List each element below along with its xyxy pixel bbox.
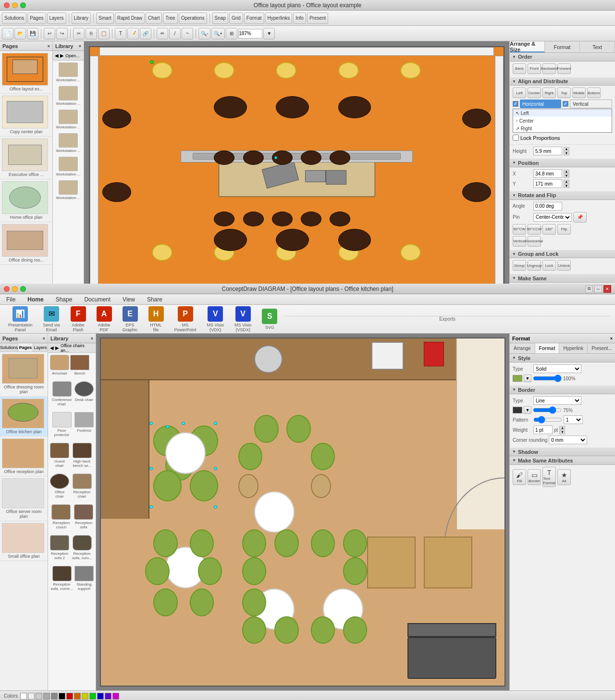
ungroup-btn[interactable]: Ungroup xyxy=(528,260,541,271)
sel-handle-4[interactable] xyxy=(149,467,153,470)
tab-arrange[interactable]: Arrange xyxy=(510,343,535,353)
center-option[interactable]: ↑ Center xyxy=(513,117,612,125)
rotate-90ccw[interactable]: 90°CCW xyxy=(528,224,541,235)
make-same-text-format[interactable]: T Text Format xyxy=(542,467,556,487)
export-html[interactable]: H HTMLfile xyxy=(145,304,167,335)
export-visio-vdx[interactable]: V MS Visio(VDX) xyxy=(204,304,227,335)
export-visio-vsdx[interactable]: V MS Visio(VSDX) xyxy=(231,304,255,335)
export-eps[interactable]: E EPSGraphic xyxy=(119,304,141,335)
copy-btn[interactable]: ⎘ xyxy=(86,28,97,39)
draw-tool[interactable]: ✏ xyxy=(157,28,168,39)
sel-handle-7[interactable] xyxy=(214,505,217,509)
color-mdgray[interactable] xyxy=(43,693,50,700)
fill-opacity-slider[interactable] xyxy=(533,375,562,381)
page-thumb-2[interactable]: Copy center plan xyxy=(0,94,52,137)
info-btn[interactable]: Info xyxy=(293,12,306,24)
menu-document[interactable]: Document xyxy=(82,295,113,304)
align-middle[interactable]: Middle xyxy=(572,88,586,98)
align-bottom[interactable]: Bottom xyxy=(587,88,601,98)
pages-btn[interactable]: Pages xyxy=(27,12,46,24)
menu-view[interactable]: View xyxy=(120,295,137,304)
menu-home[interactable]: Home xyxy=(25,295,46,304)
sel-handle-1[interactable] xyxy=(149,422,153,425)
lock-proportions-checkbox[interactable] xyxy=(513,135,519,141)
rotate-90cw[interactable]: 90°CW xyxy=(513,224,526,235)
pages-close[interactable]: × xyxy=(43,336,45,341)
hyperlinks-btn[interactable]: Hyperlinks xyxy=(265,12,293,24)
lib-item-workstation-4[interactable]: Workstation ... xyxy=(55,133,82,153)
page-thumb-server[interactable]: Office server room plan xyxy=(0,476,48,521)
restore-btn[interactable]: ⧉ xyxy=(585,285,593,293)
win-close-btn[interactable]: ✕ xyxy=(603,285,611,293)
maximize-button[interactable] xyxy=(20,2,26,8)
menu-share[interactable]: Share xyxy=(145,295,165,304)
lib-reception-couch[interactable]: Reception couch xyxy=(50,504,73,529)
pattern-slider[interactable] xyxy=(533,417,562,423)
type-select[interactable]: Solid xyxy=(533,364,581,373)
page-thumb-1[interactable]: Office layout ex... xyxy=(0,51,52,94)
align-left[interactable]: Left xyxy=(513,88,526,98)
format-close[interactable]: × xyxy=(610,336,613,341)
smart-btn[interactable]: Smart xyxy=(96,12,114,24)
color-black[interactable] xyxy=(59,693,65,700)
color-magenta[interactable] xyxy=(112,693,119,700)
redo-btn[interactable]: ↪ xyxy=(56,28,68,39)
x-up[interactable]: ▲ xyxy=(564,170,569,174)
page-thumb-3[interactable]: Executive office ... xyxy=(0,137,52,179)
sel-handle-3[interactable] xyxy=(214,422,217,425)
make-same-border[interactable]: ▭ Border xyxy=(528,469,541,485)
vertical-option[interactable]: Vertical xyxy=(570,100,612,108)
bottom-maximize-button[interactable] xyxy=(20,286,26,292)
forward-btn[interactable]: Forward xyxy=(557,63,571,74)
make-same-section-header[interactable]: ▼ Make Same xyxy=(510,274,615,283)
pin-icon[interactable]: 📌 xyxy=(573,212,587,223)
cut-btn[interactable]: ✂ xyxy=(73,28,85,39)
pattern-select[interactable]: 1 xyxy=(564,415,583,424)
close-button[interactable] xyxy=(4,2,10,8)
menu-file[interactable]: File xyxy=(4,295,18,304)
layers-btn[interactable]: Layers xyxy=(47,12,66,24)
weight-down[interactable]: ▼ xyxy=(559,430,565,434)
fill-color-btn[interactable]: ▼ xyxy=(524,375,531,382)
tab-text[interactable]: Text xyxy=(580,41,615,52)
y-down[interactable]: ▼ xyxy=(564,184,569,188)
height-up[interactable]: ▲ xyxy=(564,147,569,151)
bottom-canvas-area[interactable]: |◀ ◀ Office kitchen plan (7/10) ▶ ▶| + ◀… xyxy=(96,334,509,690)
lib-reception-sofa2[interactable]: Reception sofa 2 xyxy=(50,535,69,560)
rapid-draw-btn[interactable]: Rapid Draw xyxy=(115,12,145,24)
tab-present[interactable]: Present... xyxy=(588,343,615,353)
layers-tab[interactable]: Layers xyxy=(33,343,48,351)
align-checkbox[interactable]: ✓ xyxy=(513,101,518,107)
order-section-header[interactable]: ▼ Order xyxy=(510,53,615,62)
front-btn[interactable]: Front xyxy=(528,63,541,74)
color-blue[interactable] xyxy=(97,693,104,700)
lib-item-workstation-5[interactable]: Workstation ... xyxy=(55,157,82,176)
lib-floor-prot[interactable]: Floor protector xyxy=(50,412,74,437)
pages-tab[interactable]: Pages xyxy=(18,343,33,351)
sel-handle-2[interactable] xyxy=(182,422,185,425)
note-btn[interactable]: 📝 xyxy=(127,28,139,39)
zoom-fit[interactable]: ⊞ xyxy=(226,28,237,39)
rotate-180[interactable]: 180° xyxy=(542,224,556,235)
lib-item-workstation-6[interactable]: Workstation ... xyxy=(55,180,82,200)
group-btn[interactable]: Group xyxy=(513,260,526,271)
fill-color-swatch[interactable] xyxy=(513,375,522,382)
undo-btn[interactable]: ↩ xyxy=(44,28,55,39)
x-input[interactable] xyxy=(533,169,562,178)
weight-input[interactable] xyxy=(533,425,553,434)
menu-shape[interactable]: Shape xyxy=(53,295,75,304)
present-btn[interactable]: Present xyxy=(307,12,328,24)
border-type-select[interactable]: Line xyxy=(533,396,581,405)
handle-c1[interactable] xyxy=(166,425,169,428)
text-btn[interactable]: T xyxy=(115,28,126,39)
paste-btn[interactable]: 📋 xyxy=(98,28,110,39)
lib-footrest[interactable]: Footrest xyxy=(74,412,94,437)
minimize-button[interactable] xyxy=(12,2,18,8)
operations-btn[interactable]: Operations xyxy=(179,12,207,24)
zoom-menu[interactable]: ▼ xyxy=(263,28,275,39)
lib-guest-chair[interactable]: Guest chair xyxy=(50,443,69,468)
library-btn[interactable]: Library xyxy=(72,12,91,24)
group-section-header[interactable]: ▼ Group and Lock xyxy=(510,250,615,259)
horizontal-option[interactable]: Horizontal xyxy=(520,100,561,108)
library-close[interactable]: × xyxy=(91,336,93,341)
